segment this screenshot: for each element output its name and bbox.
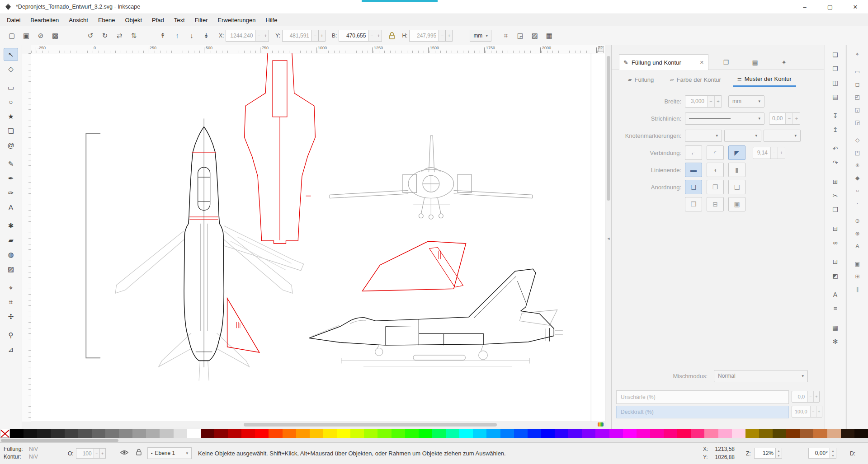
panel-opacity-increment[interactable]: + [816, 406, 822, 417]
star-tool[interactable]: ★ [4, 110, 18, 123]
transform-corners-toggle-icon[interactable]: ◲ [514, 29, 527, 42]
blur-input[interactable]: 0,0 − + [792, 391, 820, 403]
stroke-width-increment[interactable]: + [714, 96, 722, 107]
palette-swatch[interactable] [854, 429, 868, 438]
spray-tool[interactable]: ✱ [4, 219, 18, 232]
palette-swatch[interactable] [419, 429, 432, 438]
snap-text-baseline-icon[interactable]: A [851, 241, 864, 252]
miter-increment[interactable]: + [778, 147, 785, 159]
x-decrement[interactable]: − [255, 30, 262, 42]
background-blueprint[interactable] [115, 226, 529, 381]
palette-swatch[interactable] [174, 429, 187, 438]
palette-swatch[interactable] [92, 429, 105, 438]
tab-stroke-color[interactable]: ▱ Farbe der Kontur [665, 72, 726, 87]
menu-hilfe[interactable]: Hilfe [260, 14, 282, 26]
flip-horizontal-icon[interactable]: ⇄ [113, 29, 126, 42]
rotation-increment[interactable]: ▲ [830, 448, 836, 453]
copy-icon[interactable]: ⊞ [829, 176, 842, 187]
palette-swatch[interactable] [677, 429, 691, 438]
x-increment[interactable]: + [262, 30, 269, 42]
palette-swatch[interactable] [214, 429, 228, 438]
width-decrement[interactable]: − [368, 30, 375, 42]
palette-swatch[interactable] [432, 429, 446, 438]
order-markers-fill-stroke[interactable]: ❑ [728, 180, 745, 194]
menu-erweiterungen[interactable]: Erweiterungen [213, 14, 261, 26]
palette-swatch[interactable] [582, 429, 595, 438]
palette-swatch[interactable] [24, 429, 37, 438]
horizontal-scrollbar[interactable] [31, 422, 605, 427]
snap-path-intersections-icon[interactable]: ✳ [851, 160, 864, 171]
transform-stroke-toggle-icon[interactable]: ⌗ [500, 29, 512, 42]
palette-swatch[interactable] [528, 429, 541, 438]
hscroll-thumb[interactable] [244, 423, 497, 427]
palette-swatch[interactable] [283, 429, 296, 438]
palette-swatch[interactable] [78, 429, 92, 438]
snap-bbox-icon[interactable]: ▭ [851, 66, 864, 77]
width-input[interactable] [339, 30, 368, 42]
zoom-input[interactable] [754, 448, 776, 459]
menu-ebene[interactable]: Ebene [93, 14, 120, 26]
panel-opacity-decrement[interactable]: − [810, 406, 816, 417]
raise-to-top-icon[interactable]: ↟ [156, 29, 169, 42]
order-stroke-fill-markers[interactable]: ❐ [707, 180, 724, 194]
clone-icon[interactable]: ∞ [829, 237, 842, 248]
transform-gradient-toggle-icon[interactable]: ▨ [528, 29, 541, 42]
ruler-corner[interactable] [22, 45, 31, 53]
palette-swatch[interactable] [514, 429, 528, 438]
palette-swatch[interactable] [392, 429, 405, 438]
close-button[interactable]: ✕ [843, 0, 868, 14]
palette-swatch[interactable] [269, 429, 282, 438]
zoom-tool[interactable]: ⚲ [4, 328, 18, 342]
panel-title-tab[interactable]: ✎ Füllung und Kontur ✕ [619, 54, 708, 70]
join-bevel[interactable]: ◤ [728, 145, 745, 160]
palette-swatch[interactable] [827, 429, 841, 438]
dash-offset-input[interactable]: 0,00 − + [769, 112, 800, 125]
front-view-blueprint[interactable] [330, 136, 532, 219]
palette-swatch[interactable] [10, 429, 24, 438]
text-dialog-icon[interactable]: A [829, 289, 842, 300]
palette-swatch[interactable] [732, 429, 745, 438]
pen-tool[interactable]: ✒ [4, 172, 18, 185]
rectangle-tool[interactable]: ▭ [4, 81, 18, 94]
palette-swatch[interactable] [664, 429, 677, 438]
palette-swatch[interactable] [841, 429, 854, 438]
undo-icon[interactable]: ↶ [829, 143, 842, 155]
height-increment[interactable]: + [446, 30, 453, 42]
height-input[interactable] [409, 30, 439, 42]
palette-swatch[interactable] [228, 429, 241, 438]
bucket-fill-tool[interactable]: ◍ [4, 248, 18, 261]
text-tool[interactable]: A [4, 201, 18, 214]
snap-bbox-edge-midpoints-icon[interactable]: ◱ [851, 104, 864, 115]
palette-swatch[interactable] [187, 429, 201, 438]
palette-swatch[interactable] [704, 429, 718, 438]
palette-swatch[interactable] [609, 429, 623, 438]
order-fill-stroke-markers[interactable]: ❏ [685, 180, 702, 194]
layer-visibility-icon[interactable] [120, 450, 128, 455]
flip-vertical-icon[interactable]: ⇅ [127, 29, 140, 42]
node-tool[interactable]: ◇ [4, 62, 18, 75]
ellipse-tool[interactable]: ○ [4, 95, 18, 108]
snap-guides-icon[interactable]: ∥ [851, 284, 864, 295]
snap-rotation-centers-icon[interactable]: ⊕ [851, 228, 864, 239]
swatches-dialog-tab[interactable]: ❐ [719, 56, 733, 69]
palette-swatch[interactable] [65, 429, 78, 438]
dash-offset-decrement[interactable]: − [785, 113, 793, 124]
palette-swatch[interactable] [146, 429, 160, 438]
snap-bbox-edges-icon[interactable]: ◻ [851, 79, 864, 90]
document-dialog-tab[interactable]: ▤ [748, 56, 762, 69]
layer-lock-icon[interactable] [136, 449, 142, 456]
vertical-ruler[interactable] [22, 53, 31, 422]
palette-swatch[interactable] [595, 429, 609, 438]
order-stroke-markers-fill[interactable]: ⊟ [707, 197, 724, 211]
extension-dialog-tab[interactable]: ✦ [777, 56, 791, 69]
cap-square[interactable]: ▮ [728, 163, 745, 177]
palette-swatch[interactable] [364, 429, 377, 438]
palette-swatch[interactable] [337, 429, 350, 438]
menu-text[interactable]: Text [169, 14, 190, 26]
document-properties-icon[interactable]: ▦ [829, 322, 842, 333]
menu-bearbeiten[interactable]: Bearbeiten [25, 14, 64, 26]
palette-swatch[interactable] [377, 429, 391, 438]
palette-swatch[interactable] [105, 429, 119, 438]
palette-swatch[interactable] [296, 429, 310, 438]
palette-swatch[interactable] [500, 429, 514, 438]
